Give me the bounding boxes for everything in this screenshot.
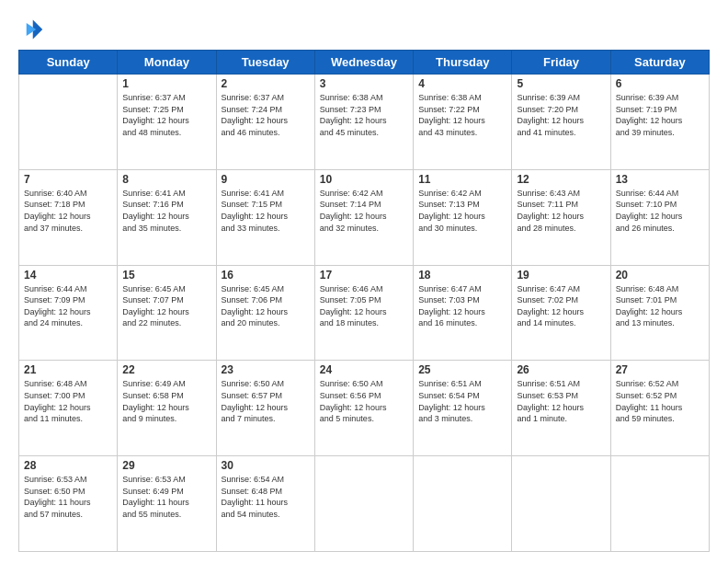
day-info: Sunrise: 6:53 AM Sunset: 6:49 PM Dayligh… xyxy=(122,474,210,520)
day-info: Sunrise: 6:38 AM Sunset: 7:23 PM Dayligh… xyxy=(320,92,408,138)
calendar-cell: 4Sunrise: 6:38 AM Sunset: 7:22 PM Daylig… xyxy=(414,75,512,170)
day-info: Sunrise: 6:51 AM Sunset: 6:53 PM Dayligh… xyxy=(517,378,605,424)
day-info: Sunrise: 6:47 AM Sunset: 7:02 PM Dayligh… xyxy=(517,283,605,329)
calendar-cell: 9Sunrise: 6:41 AM Sunset: 7:15 PM Daylig… xyxy=(216,169,314,265)
calendar-cell xyxy=(610,456,709,552)
day-number: 15 xyxy=(122,269,210,282)
day-info: Sunrise: 6:40 AM Sunset: 7:18 PM Dayligh… xyxy=(24,188,112,234)
day-info: Sunrise: 6:44 AM Sunset: 7:10 PM Dayligh… xyxy=(616,188,704,234)
day-number: 27 xyxy=(616,363,704,376)
day-number: 3 xyxy=(320,77,408,90)
day-number: 24 xyxy=(320,363,408,376)
day-info: Sunrise: 6:46 AM Sunset: 7:05 PM Dayligh… xyxy=(320,283,408,329)
calendar-cell: 12Sunrise: 6:43 AM Sunset: 7:11 PM Dayli… xyxy=(512,169,610,265)
day-number: 20 xyxy=(616,269,704,282)
day-number: 17 xyxy=(320,269,408,282)
day-info: Sunrise: 6:39 AM Sunset: 7:20 PM Dayligh… xyxy=(517,92,605,138)
day-info: Sunrise: 6:50 AM Sunset: 6:56 PM Dayligh… xyxy=(320,378,408,424)
day-info: Sunrise: 6:52 AM Sunset: 6:52 PM Dayligh… xyxy=(616,378,704,424)
weekday-header-tuesday: Tuesday xyxy=(216,51,314,75)
day-info: Sunrise: 6:50 AM Sunset: 6:57 PM Dayligh… xyxy=(222,378,310,424)
day-number: 16 xyxy=(222,269,310,282)
day-number: 8 xyxy=(122,173,210,186)
day-number: 21 xyxy=(24,363,112,376)
day-number: 12 xyxy=(517,173,605,186)
logo-icon xyxy=(18,17,44,42)
calendar-cell: 26Sunrise: 6:51 AM Sunset: 6:53 PM Dayli… xyxy=(512,361,610,456)
day-number: 2 xyxy=(222,77,310,90)
weekday-header-saturday: Saturday xyxy=(610,51,709,75)
day-number: 28 xyxy=(24,459,112,472)
week-row-2: 7Sunrise: 6:40 AM Sunset: 7:18 PM Daylig… xyxy=(19,169,710,265)
day-info: Sunrise: 6:38 AM Sunset: 7:22 PM Dayligh… xyxy=(418,92,506,138)
day-info: Sunrise: 6:37 AM Sunset: 7:25 PM Dayligh… xyxy=(122,92,210,138)
calendar-cell: 30Sunrise: 6:54 AM Sunset: 6:48 PM Dayli… xyxy=(216,456,314,552)
day-number: 25 xyxy=(418,363,506,376)
weekday-header-friday: Friday xyxy=(512,51,610,75)
day-info: Sunrise: 6:39 AM Sunset: 7:19 PM Dayligh… xyxy=(616,92,704,138)
weekday-header-sunday: Sunday xyxy=(19,51,118,75)
page: SundayMondayTuesdayWednesdayThursdayFrid… xyxy=(0,0,728,563)
day-number: 10 xyxy=(320,173,408,186)
day-info: Sunrise: 6:45 AM Sunset: 7:07 PM Dayligh… xyxy=(122,283,210,329)
day-number: 5 xyxy=(517,77,605,90)
header xyxy=(18,17,710,42)
calendar-cell: 16Sunrise: 6:45 AM Sunset: 7:06 PM Dayli… xyxy=(216,265,314,361)
day-number: 14 xyxy=(24,269,112,282)
calendar-cell: 23Sunrise: 6:50 AM Sunset: 6:57 PM Dayli… xyxy=(216,361,314,456)
calendar-cell: 18Sunrise: 6:47 AM Sunset: 7:03 PM Dayli… xyxy=(414,265,512,361)
day-number: 9 xyxy=(222,173,310,186)
day-info: Sunrise: 6:44 AM Sunset: 7:09 PM Dayligh… xyxy=(24,283,112,329)
calendar-cell: 11Sunrise: 6:42 AM Sunset: 7:13 PM Dayli… xyxy=(414,169,512,265)
calendar-cell: 15Sunrise: 6:45 AM Sunset: 7:07 PM Dayli… xyxy=(118,265,216,361)
calendar-cell: 2Sunrise: 6:37 AM Sunset: 7:24 PM Daylig… xyxy=(216,75,314,170)
calendar-cell: 6Sunrise: 6:39 AM Sunset: 7:19 PM Daylig… xyxy=(610,75,709,170)
calendar-cell: 24Sunrise: 6:50 AM Sunset: 6:56 PM Dayli… xyxy=(314,361,413,456)
calendar-cell: 21Sunrise: 6:48 AM Sunset: 7:00 PM Dayli… xyxy=(19,361,118,456)
calendar-cell xyxy=(512,456,610,552)
calendar-cell xyxy=(314,456,413,552)
day-info: Sunrise: 6:43 AM Sunset: 7:11 PM Dayligh… xyxy=(517,188,605,234)
calendar-cell: 14Sunrise: 6:44 AM Sunset: 7:09 PM Dayli… xyxy=(19,265,118,361)
calendar-cell: 22Sunrise: 6:49 AM Sunset: 6:58 PM Dayli… xyxy=(118,361,216,456)
calendar-cell: 7Sunrise: 6:40 AM Sunset: 7:18 PM Daylig… xyxy=(19,169,118,265)
week-row-1: 1Sunrise: 6:37 AM Sunset: 7:25 PM Daylig… xyxy=(19,75,710,170)
calendar-cell xyxy=(414,456,512,552)
week-row-4: 21Sunrise: 6:48 AM Sunset: 7:00 PM Dayli… xyxy=(19,361,710,456)
calendar-cell: 13Sunrise: 6:44 AM Sunset: 7:10 PM Dayli… xyxy=(610,169,709,265)
day-number: 6 xyxy=(616,77,704,90)
calendar-cell: 5Sunrise: 6:39 AM Sunset: 7:20 PM Daylig… xyxy=(512,75,610,170)
calendar-cell: 8Sunrise: 6:41 AM Sunset: 7:16 PM Daylig… xyxy=(118,169,216,265)
calendar-table: SundayMondayTuesdayWednesdayThursdayFrid… xyxy=(18,50,710,552)
day-info: Sunrise: 6:48 AM Sunset: 7:00 PM Dayligh… xyxy=(24,378,112,424)
day-info: Sunrise: 6:41 AM Sunset: 7:15 PM Dayligh… xyxy=(222,188,310,234)
day-info: Sunrise: 6:51 AM Sunset: 6:54 PM Dayligh… xyxy=(418,378,506,424)
day-number: 4 xyxy=(418,77,506,90)
day-number: 29 xyxy=(122,459,210,472)
day-number: 11 xyxy=(418,173,506,186)
week-row-5: 28Sunrise: 6:53 AM Sunset: 6:50 PM Dayli… xyxy=(19,456,710,552)
weekday-header-wednesday: Wednesday xyxy=(314,51,413,75)
calendar-cell: 1Sunrise: 6:37 AM Sunset: 7:25 PM Daylig… xyxy=(118,75,216,170)
day-info: Sunrise: 6:54 AM Sunset: 6:48 PM Dayligh… xyxy=(222,474,310,520)
calendar-cell: 10Sunrise: 6:42 AM Sunset: 7:14 PM Dayli… xyxy=(314,169,413,265)
calendar-cell: 27Sunrise: 6:52 AM Sunset: 6:52 PM Dayli… xyxy=(610,361,709,456)
calendar-cell xyxy=(19,75,118,170)
day-info: Sunrise: 6:53 AM Sunset: 6:50 PM Dayligh… xyxy=(24,474,112,520)
day-number: 13 xyxy=(616,173,704,186)
day-info: Sunrise: 6:41 AM Sunset: 7:16 PM Dayligh… xyxy=(122,188,210,234)
day-number: 30 xyxy=(222,459,310,472)
day-info: Sunrise: 6:37 AM Sunset: 7:24 PM Dayligh… xyxy=(222,92,310,138)
day-info: Sunrise: 6:47 AM Sunset: 7:03 PM Dayligh… xyxy=(418,283,506,329)
calendar-cell: 3Sunrise: 6:38 AM Sunset: 7:23 PM Daylig… xyxy=(314,75,413,170)
day-number: 22 xyxy=(122,363,210,376)
day-info: Sunrise: 6:49 AM Sunset: 6:58 PM Dayligh… xyxy=(122,378,210,424)
calendar-cell: 29Sunrise: 6:53 AM Sunset: 6:49 PM Dayli… xyxy=(118,456,216,552)
calendar-cell: 28Sunrise: 6:53 AM Sunset: 6:50 PM Dayli… xyxy=(19,456,118,552)
day-info: Sunrise: 6:45 AM Sunset: 7:06 PM Dayligh… xyxy=(222,283,310,329)
day-number: 19 xyxy=(517,269,605,282)
calendar-cell: 20Sunrise: 6:48 AM Sunset: 7:01 PM Dayli… xyxy=(610,265,709,361)
calendar-cell: 25Sunrise: 6:51 AM Sunset: 6:54 PM Dayli… xyxy=(414,361,512,456)
day-number: 7 xyxy=(24,173,112,186)
day-info: Sunrise: 6:42 AM Sunset: 7:14 PM Dayligh… xyxy=(320,188,408,234)
